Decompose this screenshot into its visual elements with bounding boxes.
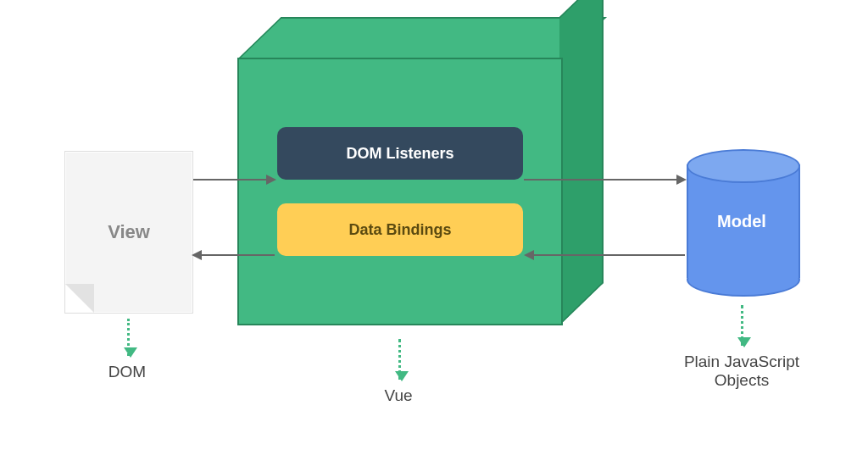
cube-front-face: DOM Listeners Data Bindings: [237, 58, 563, 325]
viewmodel-box: ViewModel DOM Listeners Data Bindings: [237, 58, 602, 363]
model-label: Model: [687, 149, 797, 293]
cube-top-face: [237, 17, 607, 59]
mvvm-diagram: View ViewModel DOM Listeners Data Bindin…: [0, 0, 868, 461]
arrow-model-to-vm: [526, 254, 685, 256]
viewmodel-title: ViewModel: [260, 0, 605, 12]
leader-vm: [398, 339, 401, 380]
leader-model: [741, 305, 743, 346]
model-cylinder: Model: [687, 149, 797, 293]
caption-view: DOM: [93, 363, 161, 381]
arrow-vm-to-view: [193, 254, 275, 256]
arrow-view-to-vm: [193, 179, 275, 181]
caption-vm: Vue: [364, 386, 432, 405]
leader-view: [127, 319, 130, 356]
caption-model: Plain JavaScript Objects: [670, 353, 814, 390]
view-box: View: [64, 151, 193, 314]
arrow-vm-to-model: [524, 179, 685, 181]
view-label: View: [108, 221, 150, 243]
dom-listeners-pill: DOM Listeners: [277, 127, 523, 180]
data-bindings-pill: Data Bindings: [277, 203, 523, 256]
cube-side-face: [559, 0, 604, 325]
